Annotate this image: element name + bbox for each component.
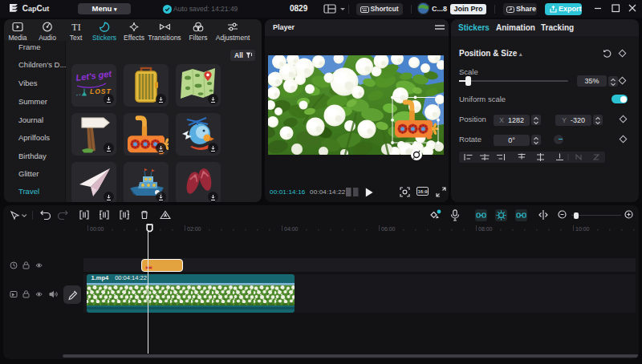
svg-text:Let's get: Let's get	[75, 68, 113, 83]
svg-text:TI: TI	[71, 22, 80, 32]
